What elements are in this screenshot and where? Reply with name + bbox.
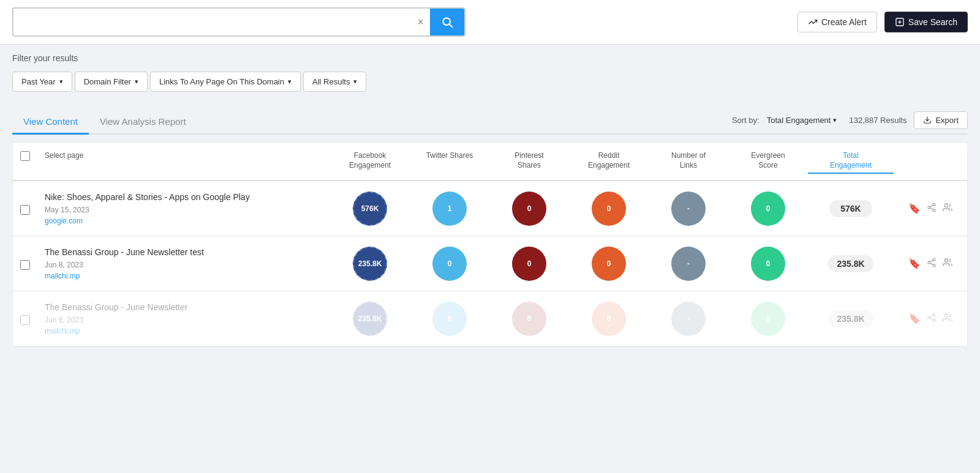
th-pinterest: PinterestShares: [489, 149, 569, 174]
search-button[interactable]: [430, 9, 464, 35]
row3-domain[interactable]: mailchi.mp: [45, 327, 323, 335]
filter-label: Filter your results: [12, 53, 963, 63]
results-count: 132,887 Results: [849, 116, 907, 125]
row2-twitter: 0: [410, 247, 489, 281]
search-input[interactable]: nike.com: [13, 10, 411, 34]
row2-content: The Benassi Group - June Newsletter test…: [37, 247, 330, 281]
svg-point-14: [933, 264, 935, 266]
th-total[interactable]: TotalEngagement: [808, 149, 894, 174]
row1-checkbox[interactable]: [20, 205, 30, 215]
row3-actions: 🔖: [894, 313, 967, 325]
row2-pinterest-circle: 0: [512, 247, 546, 281]
search-icon: [441, 16, 453, 28]
create-alert-button[interactable]: Create Alert: [797, 12, 877, 32]
table-header: Select page FacebookEngagement Twitter S…: [13, 143, 967, 181]
row1-pinterest-circle: 0: [512, 192, 546, 226]
search-clear-button[interactable]: ×: [411, 12, 430, 32]
row3-links: -: [649, 302, 728, 336]
row3-pinterest: 0: [489, 302, 569, 336]
sort-select[interactable]: Total Engagement: [767, 116, 837, 125]
row1-actions: 🔖: [894, 203, 967, 215]
row1-evergreen-circle: 0: [751, 192, 785, 226]
th-select: [13, 149, 37, 174]
svg-point-23: [944, 314, 948, 317]
row1-total: 576K: [808, 200, 894, 217]
top-bar: nike.com × Create Alert Save Search: [0, 0, 980, 45]
row3-content: The Benassi Group - June Newsletter Jun …: [37, 302, 330, 336]
row1-twitter: 1: [410, 192, 489, 226]
row3-pinterest-circle: 0: [512, 302, 546, 336]
search-wrapper: nike.com ×: [12, 7, 466, 37]
row3-users-icon[interactable]: [943, 313, 952, 325]
svg-point-17: [944, 259, 948, 262]
row1-content: Nike: Shoes, Apparel & Stories - Apps on…: [37, 192, 330, 226]
row2-users-icon[interactable]: [943, 258, 952, 270]
row1-share-icon[interactable]: [927, 203, 937, 215]
sort-export-row: Sort by: Total Engagement 132,887 Result…: [732, 111, 968, 133]
row2-share-icon[interactable]: [927, 258, 937, 270]
row3-checkbox-cell: [13, 313, 37, 325]
filter-results-button[interactable]: All Results: [303, 72, 366, 92]
row1-total-badge: 576K: [829, 200, 872, 217]
row2-checkbox-cell: [13, 258, 37, 270]
row3-checkbox[interactable]: [20, 315, 30, 325]
svg-point-11: [944, 204, 948, 207]
row2-bookmark-icon[interactable]: 🔖: [908, 258, 921, 269]
svg-point-18: [933, 313, 935, 316]
row2-checkbox[interactable]: [20, 260, 30, 270]
tab-view-content[interactable]: View Content: [12, 110, 89, 135]
row1-users-icon[interactable]: [943, 203, 952, 215]
filter-links-button[interactable]: Links To Any Page On This Domain: [150, 72, 301, 92]
row3-bookmark-icon[interactable]: 🔖: [908, 313, 921, 324]
row2-actions: 🔖: [894, 258, 967, 270]
row1-date: May 15, 2023: [45, 206, 323, 214]
row2-facebook: 235.8K: [330, 247, 410, 281]
svg-point-20: [933, 319, 935, 321]
row1-title: Nike: Shoes, Apparel & Stories - Apps on…: [45, 192, 323, 204]
export-button[interactable]: Export: [914, 111, 968, 129]
row2-links: -: [649, 247, 728, 281]
row3-evergreen: 0: [728, 302, 808, 336]
filter-links-label: Links To Any Page On This Domain: [159, 77, 284, 86]
export-icon: [923, 116, 932, 124]
sort-value: Total Engagement: [767, 116, 831, 125]
row3-twitter: 0: [410, 302, 489, 336]
row1-twitter-circle: 1: [432, 192, 467, 226]
select-all-checkbox[interactable]: [20, 151, 30, 161]
svg-line-9: [930, 208, 933, 210]
row1-facebook: 576K: [330, 192, 410, 226]
filter-time-button[interactable]: Past Year: [12, 72, 72, 92]
svg-line-22: [930, 315, 933, 317]
row1-domain[interactable]: google.com: [45, 217, 323, 225]
row1-reddit: 0: [569, 192, 649, 226]
alert-icon: [808, 17, 818, 27]
th-twitter: Twitter Shares: [410, 149, 489, 174]
row2-twitter-circle: 0: [432, 247, 467, 281]
top-right-actions: Create Alert Save Search: [797, 12, 968, 32]
save-search-button[interactable]: Save Search: [884, 12, 968, 32]
th-reddit: RedditEngagement: [569, 149, 649, 174]
svg-line-16: [930, 260, 933, 262]
row1-evergreen: 0: [728, 192, 808, 226]
content-area: View Content View Analysis Report Sort b…: [0, 100, 980, 347]
row1-bookmark-icon[interactable]: 🔖: [908, 203, 921, 214]
row3-title: The Benassi Group - June Newsletter: [45, 302, 323, 314]
svg-point-7: [928, 206, 930, 209]
row2-links-circle: -: [671, 247, 706, 281]
th-links: Number ofLinks: [649, 149, 728, 174]
filter-domain-button[interactable]: Domain Filter: [75, 72, 148, 92]
th-facebook: FacebookEngagement: [330, 149, 410, 174]
row3-twitter-circle: 0: [432, 302, 467, 336]
svg-point-6: [933, 203, 935, 206]
row2-reddit: 0: [569, 247, 649, 281]
row3-share-icon[interactable]: [927, 313, 937, 325]
filter-domain-label: Domain Filter: [84, 77, 131, 86]
row1-links: -: [649, 192, 728, 226]
save-search-label: Save Search: [908, 17, 957, 27]
table-row: The Benassi Group - June Newsletter Jun …: [13, 291, 967, 346]
tab-view-analysis[interactable]: View Analysis Report: [89, 110, 197, 135]
row2-domain[interactable]: mailchi.mp: [45, 272, 323, 280]
row1-reddit-circle: 0: [592, 192, 626, 226]
sort-label: Sort by:: [732, 116, 760, 125]
svg-point-19: [928, 316, 930, 319]
